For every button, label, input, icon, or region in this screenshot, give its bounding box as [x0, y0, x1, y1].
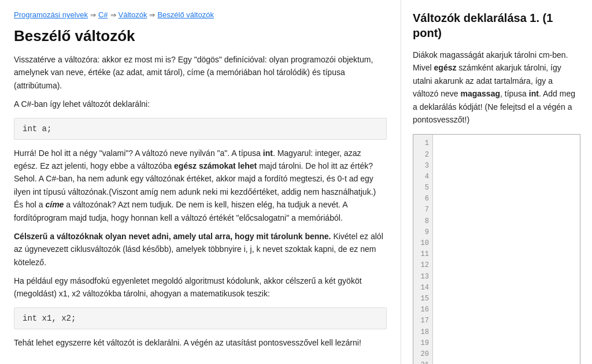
- cime-word: címe: [45, 200, 64, 209]
- breadcrumb-item-2[interactable]: C#: [98, 10, 108, 19]
- line-numbers: 12345 678910 1112131415 1617181920 21: [413, 135, 433, 364]
- code-block-2: int x1, x2;: [14, 307, 387, 329]
- intro-paragraph: Visszatérve a változóra: akkor ez most m…: [14, 53, 387, 92]
- declare-intro: A C#-ban így lehet változót deklarálni:: [14, 98, 387, 110]
- breadcrumb: Programozási nyelvek ⇒ C# ⇒ Változók ⇒ B…: [14, 10, 387, 19]
- explanation-paragraph: Hurrá! De hol itt a négy "valami"? A vál…: [14, 147, 387, 224]
- conclusion-paragraph: Tehát lehet egyszerre két változót is de…: [14, 336, 387, 349]
- code-block-1: int a;: [14, 118, 387, 140]
- magassag-bold: magassag: [461, 89, 500, 98]
- egesz-szamokat-bold: egész számokat lehet: [174, 161, 257, 170]
- code-textarea[interactable]: [433, 135, 580, 364]
- code-editor[interactable]: 12345 678910 1112131415 1617181920 21: [413, 134, 580, 364]
- breadcrumb-arrow-3: ⇒: [149, 11, 155, 19]
- right-panel: Változók deklarálása 1. (1 pont) Diákok …: [401, 0, 592, 364]
- int-keyword-2: int: [529, 89, 539, 98]
- page-title: Beszélő változók: [14, 27, 387, 45]
- left-panel: Programozási nyelvek ⇒ C# ⇒ Változók ⇒ B…: [0, 0, 401, 364]
- egesz-bold: egész: [434, 63, 457, 72]
- exercise-description: Diákok magasságát akarjuk tárolni cm-ben…: [413, 49, 580, 126]
- naming-advice-bold: Célszerű a változóknak olyan nevet adni,…: [14, 232, 331, 241]
- int-keyword-1: int: [263, 148, 273, 158]
- exercise-title: Változók deklarálása 1. (1 pont): [413, 10, 580, 40]
- naming-advice-paragraph: Célszerű a változóknak olyan nevet adni,…: [14, 230, 387, 269]
- breadcrumb-item-1[interactable]: Programozási nyelvek: [14, 10, 88, 19]
- breadcrumb-arrow-2: ⇒: [110, 11, 116, 19]
- breadcrumb-item-3[interactable]: Változók: [119, 10, 147, 19]
- example-intro: Ha például egy másodfokú egyenletet mego…: [14, 274, 387, 300]
- breadcrumb-arrow-1: ⇒: [90, 11, 96, 19]
- breadcrumb-item-4[interactable]: Beszélő változók: [157, 10, 214, 19]
